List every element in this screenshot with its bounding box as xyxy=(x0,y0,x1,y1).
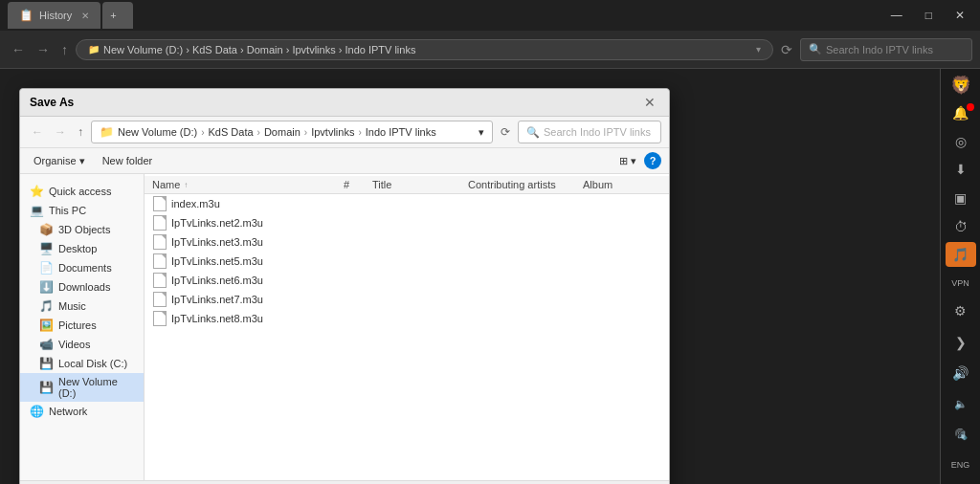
breadcrumb-dropdown[interactable]: ▾ xyxy=(479,126,484,139)
col-title-label: Title xyxy=(372,179,391,190)
m3u-icon-2 xyxy=(153,234,167,250)
sidebar-item-documents[interactable]: 📄 Documents xyxy=(20,258,144,277)
file-icon-1 xyxy=(152,215,167,231)
tab-manager-icon[interactable]: ▣ xyxy=(946,186,976,210)
breadcrumb-sep2: › xyxy=(257,127,260,138)
new-tab-btn[interactable]: + xyxy=(102,2,133,29)
history-sidebar-icon[interactable]: ⏱ xyxy=(946,214,976,239)
new-folder-btn[interactable]: New folder xyxy=(97,153,159,168)
file-name-4: IpTvLinks.net6.m3u xyxy=(171,275,263,286)
sidebar-item-localc[interactable]: 💾 Local Disk (C:) xyxy=(20,354,144,373)
mic-icon[interactable]: 🔊 xyxy=(946,419,976,450)
col-name-label: Name xyxy=(152,179,180,190)
dialog-main: ⭐ Quick access 💻 This PC 📦 3D Objects xyxy=(20,174,669,480)
organise-label: Organise xyxy=(33,155,77,166)
dialog-back-btn[interactable]: ← xyxy=(28,123,47,141)
3dobjects-label: 3D Objects xyxy=(58,224,110,235)
new-tab-icon: + xyxy=(110,10,116,21)
sidebar-item-downloads[interactable]: ⬇️ Downloads xyxy=(20,277,144,297)
table-row[interactable]: IpTvLinks.net7.m3u xyxy=(145,290,669,309)
file-name-3: IpTvLinks.net5.m3u xyxy=(171,255,263,267)
m3u-icon-0 xyxy=(153,196,167,211)
expand-sidebar-icon[interactable]: ❯ xyxy=(946,327,976,358)
localc-label: Local Disk (C:) xyxy=(58,358,127,369)
up-btn[interactable]: ↑ xyxy=(57,38,72,61)
file-name-5: IpTvLinks.net7.m3u xyxy=(171,294,263,305)
file-name-2: IpTvLinks.net3.m3u xyxy=(171,236,263,248)
downloads-label: Downloads xyxy=(58,281,110,293)
wallet-icon[interactable]: ◎ xyxy=(946,129,976,154)
localc-icon: 💾 xyxy=(39,357,53,370)
col-name[interactable]: Name ↑ xyxy=(152,179,344,190)
dialog-search-icon: 🔍 xyxy=(526,126,540,139)
file-list-header: Name ↑ # Title Contributing artists xyxy=(145,176,669,194)
lang-icon[interactable]: ENG xyxy=(946,450,976,480)
sidebar-item-3dobjects[interactable]: 📦 3D Objects xyxy=(20,220,144,239)
breadcrumb-icon: 📁 xyxy=(100,125,114,139)
view-icon: ⊞ xyxy=(619,155,628,167)
sidebar-item-quickaccess[interactable]: ⭐ Quick access xyxy=(20,182,144,201)
breadcrumb[interactable]: 📁 New Volume (D:) › KdS Data › Domain › … xyxy=(91,121,493,143)
dialog-forward-btn[interactable]: → xyxy=(51,123,70,141)
active-icon[interactable]: 🎵 xyxy=(946,242,976,267)
sidebar-item-network[interactable]: 🌐 Network xyxy=(20,402,144,421)
browser-content-area: 🦁 🔔 ◎ ⬇ ▣ ⏱ 🎵 VPN ⚙ ❯ 🔊 🔈 🔊 ENG xyxy=(0,69,980,484)
organise-btn[interactable]: Organise ▾ xyxy=(28,153,91,169)
help-btn[interactable]: ? xyxy=(644,152,661,169)
tab-close-icon[interactable]: ✕ xyxy=(81,11,89,21)
thispc-icon: 💻 xyxy=(30,204,43,217)
address-text: New Volume (D:) › KdS Data › Domain › Ip… xyxy=(103,44,415,55)
brave-search-icon[interactable]: 🦁 xyxy=(946,73,976,98)
volume-icon[interactable]: 🔊 xyxy=(946,358,976,388)
settings-sidebar-icon[interactable]: ⚙ xyxy=(946,299,976,324)
minimize-btn[interactable]: — xyxy=(883,7,910,24)
sidebar-item-thispc[interactable]: 💻 This PC xyxy=(20,201,144,220)
back-btn[interactable]: ← xyxy=(8,38,29,61)
sidebar-item-newvolumed[interactable]: 💾 New Volume (D:) xyxy=(20,373,144,402)
tab-history[interactable]: 📋 History ✕ xyxy=(8,2,100,29)
sidebar-item-music[interactable]: 🎵 Music xyxy=(20,297,144,316)
breadcrumb-sep4: › xyxy=(358,127,361,138)
browser-toolbar: ← → ↑ 📁 New Volume (D:) › KdS Data › Dom… xyxy=(0,31,980,69)
table-row[interactable]: IpTvLinks.net2.m3u xyxy=(145,213,669,232)
table-row[interactable]: IpTvLinks.net6.m3u xyxy=(145,271,669,290)
m3u-icon-4 xyxy=(153,273,167,288)
dialog-sidebar: ⭐ Quick access 💻 This PC 📦 3D Objects xyxy=(20,174,145,480)
forward-btn[interactable]: → xyxy=(33,38,54,61)
dialog-close-btn[interactable]: ✕ xyxy=(640,95,659,110)
dialog-up-btn[interactable]: ↑ xyxy=(74,123,87,141)
brave-notification-icon[interactable]: 🔔 xyxy=(946,101,976,126)
breadcrumb-part5: Indo IPTV links xyxy=(366,126,436,138)
table-row[interactable]: IpTvLinks.net5.m3u xyxy=(145,252,669,271)
desktop-label: Desktop xyxy=(58,243,97,254)
music-icon: 🎵 xyxy=(39,299,53,313)
file-name-0: index.m3u xyxy=(171,198,220,209)
refresh-btn[interactable]: ⟳ xyxy=(777,38,796,61)
col-title[interactable]: Title xyxy=(372,179,468,190)
address-bar[interactable]: 📁 New Volume (D:) › KdS Data › Domain › … xyxy=(76,39,773,60)
dialog-search-box[interactable]: 🔍 Search Indo IPTV links xyxy=(518,121,661,143)
browser-search-placeholder: Search Indo IPTV links xyxy=(826,44,933,55)
table-row[interactable]: IpTvLinks.net3.m3u xyxy=(145,232,669,252)
address-dropdown[interactable]: ▾ xyxy=(756,44,761,55)
dialog-refresh-btn[interactable]: ⟳ xyxy=(497,123,514,141)
sidebar-item-videos[interactable]: 📹 Videos xyxy=(20,335,144,354)
col-album[interactable]: Album xyxy=(583,179,661,190)
pictures-label: Pictures xyxy=(58,319,97,331)
col-num[interactable]: # xyxy=(344,179,372,190)
download-sidebar-icon[interactable]: ⬇ xyxy=(946,158,976,183)
col-contributing[interactable]: Contributing artists xyxy=(468,179,583,190)
network-label: Network xyxy=(49,406,87,417)
table-row[interactable]: index.m3u xyxy=(145,194,669,213)
view-btn[interactable]: ⊞ ▾ xyxy=(613,153,642,169)
table-row[interactable]: IpTvLinks.net8.m3u xyxy=(145,309,669,328)
browser-search-box[interactable]: 🔍 Search Indo IPTV links xyxy=(800,38,972,61)
file-icon-3 xyxy=(152,253,167,269)
newvolumed-label: New Volume (D:) xyxy=(58,376,134,399)
speakers-icon[interactable]: 🔈 xyxy=(946,388,976,419)
browser-close-btn[interactable]: ✕ xyxy=(947,7,972,24)
sidebar-item-pictures[interactable]: 🖼️ Pictures xyxy=(20,316,144,335)
sidebar-item-desktop[interactable]: 🖥️ Desktop xyxy=(20,239,144,258)
vpn-sidebar-icon[interactable]: VPN xyxy=(946,271,976,296)
maximize-btn[interactable]: □ xyxy=(918,7,940,24)
